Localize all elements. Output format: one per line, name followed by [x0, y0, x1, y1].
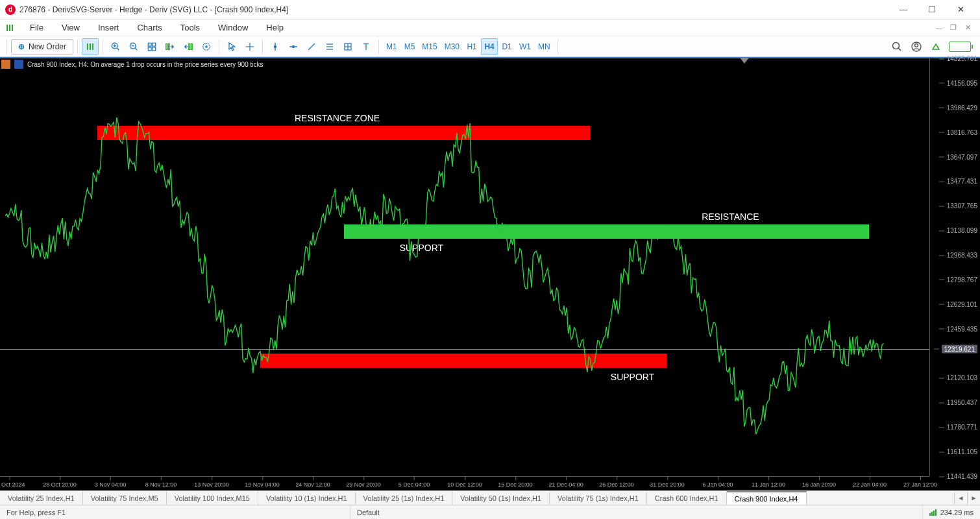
mdi-minimize-button[interactable]: — — [935, 23, 944, 32]
signal-bars-icon — [929, 509, 937, 516]
timeframe-h4-button[interactable]: H4 — [481, 38, 498, 55]
price-tick: 12968.433 — [947, 252, 977, 259]
time-tick: 8 Nov 12:00 — [145, 481, 177, 488]
window-title: 276876 - DerivSVG-Server - Hedge - Deriv… — [19, 5, 889, 14]
fibonacci-button[interactable] — [339, 38, 356, 55]
chart-tab[interactable]: Volatility 50 (1s) Index,H1 — [452, 491, 550, 505]
svg-rect-5 — [92, 43, 93, 50]
timeframe-m1-button[interactable]: M1 — [383, 38, 400, 55]
plus-icon: ⊕ — [18, 42, 25, 51]
equidistant-channel-button[interactable] — [321, 38, 338, 55]
svg-rect-13 — [148, 43, 151, 46]
price-tick: 13477.431 — [947, 178, 977, 185]
mdi-restore-button[interactable]: ❐ — [949, 23, 958, 32]
statusbar: For Help, press F1 Default 234.29 ms — [0, 505, 980, 519]
time-tick: 24 Nov 12:00 — [295, 481, 330, 488]
menu-view[interactable]: View — [53, 21, 89, 34]
chart-tab[interactable]: Crash 600 Index,H1 — [647, 491, 727, 505]
time-tick: 27 Jan 12:00 — [903, 481, 937, 488]
chart-shift-button[interactable] — [198, 38, 215, 55]
trendline-button[interactable] — [303, 38, 320, 55]
price-tick: 12319.621 — [942, 344, 977, 353]
time-tick: 28 Oct 20:00 — [43, 481, 77, 488]
status-help-text: For Help, press F1 — [0, 505, 350, 519]
chart-tab[interactable]: Volatility 25 (1s) Index,H1 — [356, 491, 453, 505]
time-tick: 6 Jan 04:00 — [702, 481, 733, 488]
tile-windows-button[interactable] — [143, 38, 160, 55]
price-tick: 14325.761 — [947, 55, 977, 62]
chart-symbol-icon — [14, 60, 23, 69]
chart-tab[interactable]: Crash 900 Index,H4 — [727, 491, 807, 505]
shift-end-button[interactable] — [162, 38, 178, 55]
horizontal-line-button[interactable] — [285, 38, 302, 55]
svg-point-26 — [275, 45, 276, 47]
time-tick: 15 Dec 20:00 — [498, 481, 533, 488]
timeframe-m30-button[interactable]: M30 — [441, 38, 463, 55]
algo-trading-icon[interactable] — [929, 40, 942, 53]
battery-indicator — [949, 42, 971, 52]
price-tick: 11441.439 — [947, 473, 977, 480]
menu-window[interactable]: Window — [209, 21, 257, 34]
timeframe-h1-button[interactable]: H1 — [463, 38, 480, 55]
close-button[interactable]: ✕ — [946, 0, 975, 19]
timeframe-d1-button[interactable]: D1 — [498, 38, 515, 55]
chart-tab[interactable]: Volatility 10 (1s) Index,H1 — [258, 491, 356, 505]
maximize-button[interactable]: ☐ — [918, 0, 946, 19]
chart-area[interactable]: Crash 900 Index, H4: On average 1 drop o… — [0, 57, 980, 490]
chart-tab[interactable]: Volatility 75 Index,M5 — [83, 491, 167, 505]
menubar: FileViewInsertChartsToolsWindowHelp — ❐ … — [0, 19, 980, 36]
time-tick: 11 Jan 12:00 — [752, 481, 785, 488]
svg-rect-4 — [90, 43, 91, 50]
price-axis[interactable]: 14325.76114156.09513986.42913816.7631364… — [929, 58, 980, 476]
zoom-in-button[interactable] — [107, 38, 124, 55]
svg-line-11 — [135, 47, 138, 50]
price-tick: 14156.095 — [947, 79, 977, 86]
candle-chart-button[interactable] — [82, 38, 99, 55]
time-tick: 22 Jan 04:00 — [853, 481, 887, 488]
tab-scroll-right-button[interactable]: ► — [967, 491, 980, 505]
svg-line-7 — [117, 47, 119, 50]
crosshair-tool-button[interactable] — [241, 38, 258, 55]
timeframe-m15-button[interactable]: M15 — [419, 38, 440, 55]
menu-charts[interactable]: Charts — [128, 21, 171, 34]
chart-header-text: Crash 900 Index, H4: On average 1 drop o… — [27, 61, 263, 68]
time-tick: 13 Nov 20:00 — [194, 481, 229, 488]
menu-tools[interactable]: Tools — [171, 21, 209, 34]
time-tick: 23 Oct 2024 — [0, 481, 25, 488]
minimize-button[interactable]: — — [889, 0, 918, 19]
mdi-close-button[interactable]: ✕ — [963, 23, 972, 32]
svg-rect-0 — [6, 25, 8, 31]
time-tick: 31 Dec 20:00 — [650, 481, 685, 488]
text-label-button[interactable]: T — [358, 38, 374, 55]
price-tick: 12459.435 — [947, 325, 977, 332]
menu-insert[interactable]: Insert — [89, 21, 129, 34]
auto-scroll-button[interactable] — [180, 38, 197, 55]
chart-tab[interactable]: Volatility 25 Index,H1 — [0, 491, 83, 505]
svg-point-40 — [915, 43, 918, 47]
price-tick: 12798.767 — [947, 276, 977, 283]
vertical-line-button[interactable] — [267, 38, 284, 55]
cursor-tool-button[interactable] — [223, 38, 240, 55]
timeframe-mn-button[interactable]: MN — [535, 38, 554, 55]
timeframe-w1-button[interactable]: W1 — [516, 38, 534, 55]
tab-scroll-left-button[interactable]: ◄ — [954, 491, 967, 505]
timeframe-m5-button[interactable]: M5 — [401, 38, 419, 55]
zoom-out-button[interactable] — [125, 38, 142, 55]
svg-rect-2 — [12, 25, 13, 31]
status-profile[interactable]: Default — [350, 505, 923, 519]
time-axis[interactable]: 23 Oct 202428 Oct 20:003 Nov 04:008 Nov … — [0, 476, 929, 490]
account-icon[interactable] — [910, 40, 923, 53]
chart-type-icon — [1, 60, 10, 69]
toolbar: ⊕ New Order T — [0, 36, 980, 57]
menu-help[interactable]: Help — [257, 21, 293, 34]
status-connection[interactable]: 234.29 ms — [923, 505, 980, 519]
new-order-button[interactable]: ⊕ New Order — [11, 39, 73, 54]
search-icon[interactable] — [890, 40, 903, 53]
tab-nav: ◄ ► — [954, 491, 980, 505]
time-tick: 19 Nov 04:00 — [245, 481, 280, 488]
menu-file[interactable]: File — [21, 21, 53, 34]
svg-rect-18 — [168, 43, 169, 49]
price-tick: 11611.105 — [947, 448, 977, 455]
chart-tab[interactable]: Volatility 75 (1s) Index,H1 — [550, 491, 647, 505]
chart-tab[interactable]: Volatility 100 Index,M15 — [167, 491, 258, 505]
